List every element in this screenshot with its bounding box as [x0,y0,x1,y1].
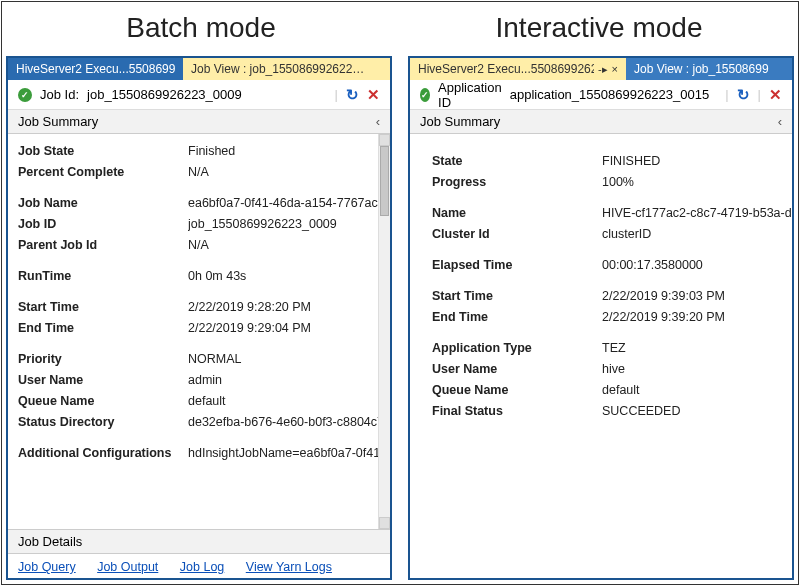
v-jobid: job_1550869926223_0009 [188,217,378,231]
v-state: FINISHED [602,154,792,168]
status-ok-icon: ✓ [420,88,430,102]
k-endtime: End Time [18,321,188,335]
k-priority: Priority [18,352,188,366]
k-progress: Progress [432,175,602,189]
v-finalstatus: SUCCEEDED [602,404,792,418]
k-name: Name [432,206,602,220]
delete-icon[interactable]: ✕ [769,86,782,104]
k-addlconfigs: Additional Configurations [18,446,188,460]
v-queuename: default [188,394,378,408]
k-elapsed: Elapsed Time [432,258,602,272]
job-summary-header[interactable]: Job Summary ‹ [410,110,792,134]
v-starttime: 2/22/2019 9:28:20 PM [188,300,378,314]
k-percent: Percent Complete [18,165,188,179]
k-jobname: Job Name [18,196,188,210]
app-id-label: Application ID [438,80,502,110]
batch-panel: HiveServer2 Execu...550869926223_0015 Jo… [6,56,392,580]
job-id-value: job_1550869926223_0009 [87,87,242,102]
close-icon[interactable]: × [612,63,618,75]
k-jobstate: Job State [18,144,188,158]
link-job-output[interactable]: Job Output [97,560,158,574]
link-view-yarn-logs[interactable]: View Yarn Logs [246,560,332,574]
title-interactive: Interactive mode [400,12,798,44]
k-clusterid: Cluster Id [432,227,602,241]
interactive-id-row: ✓ Application ID application_15508699262… [410,80,792,110]
v-queuename: default [602,383,792,397]
v-endtime: 2/22/2019 9:29:04 PM [188,321,378,335]
refresh-icon[interactable]: ↻ [346,86,359,104]
v-jobname: ea6bf0a7-0f41-46da-a154-7767ace52b [188,196,378,210]
chevron-left-icon: ‹ [778,114,782,129]
interactive-tabstrip: HiveServer2 Execu...550869926223_0015 ⁠⁠… [410,58,792,80]
mode-titles: Batch mode Interactive mode [2,2,798,54]
job-id-label: Job Id: [40,87,79,102]
k-username: User Name [18,373,188,387]
k-apptype: Application Type [432,341,602,355]
job-details-header[interactable]: Job Details [8,529,390,554]
job-summary-header[interactable]: Job Summary ‹ [8,110,390,134]
v-jobstate: Finished [188,144,378,158]
v-username: hive [602,362,792,376]
k-starttime: Start Time [432,289,602,303]
tab-hiveserver2-active[interactable]: HiveServer2 Execu...550869926223_0015 ⁠⁠… [410,58,626,80]
k-jobid: Job ID [18,217,188,231]
batch-id-row: ✓ Job Id: job_1550869926223_0009 | ↻ ✕ [8,80,390,110]
app-id-value: application_1550869926223_0015 [510,87,710,102]
v-starttime: 2/22/2019 9:39:03 PM [602,289,792,303]
scroll-down-icon[interactable] [379,517,390,529]
batch-tabstrip: HiveServer2 Execu...550869926223_0015 Jo… [8,58,390,80]
v-username: admin [188,373,378,387]
title-batch: Batch mode [2,12,400,44]
tab-hiveserver2[interactable]: HiveServer2 Execu...550869926223_0015 [8,58,183,80]
v-progress: 100% [602,175,792,189]
v-statusdir: de32efba-b676-4e60-b0f3-c8804c7a3 [188,415,378,429]
v-percent: N/A [188,165,378,179]
k-statusdir: Status Directory [18,415,188,429]
v-name: HIVE-cf177ac2-c8c7-4719-b53a-de [602,206,792,220]
link-job-query[interactable]: Job Query [18,560,76,574]
chevron-left-icon: ‹ [376,114,380,129]
refresh-icon[interactable]: ↻ [737,86,750,104]
batch-summary-body: Job StateFinished Percent CompleteN/A Jo… [8,134,378,529]
v-endtime: 2/22/2019 9:39:20 PM [602,310,792,324]
k-runtime: RunTime [18,269,188,283]
k-state: State [432,154,602,168]
status-ok-icon: ✓ [18,88,32,102]
k-finalstatus: Final Status [432,404,602,418]
k-parentjobid: Parent Job Id [18,238,188,252]
scroll-thumb[interactable] [380,146,389,216]
v-clusterid: clusterID [602,227,792,241]
delete-icon[interactable]: ✕ [367,86,380,104]
tab-job-view-active[interactable]: Job View : job_155086992622… [183,58,390,80]
v-runtime: 0h 0m 43s [188,269,378,283]
v-priority: NORMAL [188,352,378,366]
tab-job-view[interactable]: Job View : job_15508699 [626,58,792,80]
scroll-up-icon[interactable] [379,134,390,146]
v-addlconfigs: hdInsightJobName=ea6bf0a7-0f41-46 [188,446,378,460]
k-username: User Name [432,362,602,376]
v-apptype: TEZ [602,341,792,355]
pin-icon[interactable]: ⁠⁠⁠⁠-▸ [598,63,608,76]
k-queuename: Queue Name [432,383,602,397]
k-starttime: Start Time [18,300,188,314]
v-parentjobid: N/A [188,238,378,252]
interactive-summary-body: StateFINISHED Progress100% NameHIVE-cf17… [410,134,792,578]
batch-links: Job Query Job Output Job Log View Yarn L… [8,554,390,578]
batch-scrollbar[interactable] [378,134,390,529]
v-elapsed: 00:00:17.3580000 [602,258,792,272]
interactive-panel: HiveServer2 Execu...550869926223_0015 ⁠⁠… [408,56,794,580]
link-job-log[interactable]: Job Log [180,560,224,574]
k-queuename: Queue Name [18,394,188,408]
k-endtime: End Time [432,310,602,324]
